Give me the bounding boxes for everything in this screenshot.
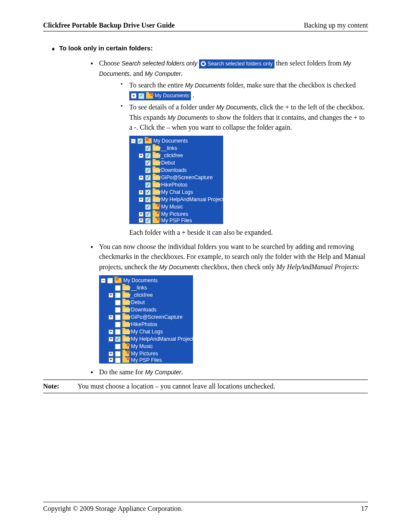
tree-row[interactable]: Debut — [131, 159, 223, 167]
tree-label: My HelpAndManual Projects — [131, 336, 193, 342]
expand-icon[interactable]: + — [109, 352, 113, 356]
expand-icon — [109, 322, 113, 327]
folder-icon — [153, 212, 159, 217]
tree-row[interactable]: __links — [131, 145, 223, 152]
checkbox-icon[interactable] — [115, 314, 121, 320]
checkbox-icon[interactable] — [145, 204, 151, 210]
note-text: You must choose a location – you cannot … — [78, 383, 275, 390]
expand-icon — [139, 183, 143, 187]
expand-icon[interactable]: – — [131, 139, 136, 143]
expand-icon[interactable]: – — [101, 278, 106, 283]
tree-label: My PSP Files — [161, 218, 192, 223]
expand-icon — [139, 205, 143, 209]
tree-row[interactable]: +GiPo@ScreenCapture — [101, 314, 193, 321]
expand-icon[interactable]: + — [139, 190, 143, 195]
after-tree-text: Each folder with a + beside it can also … — [129, 227, 368, 237]
tree-row[interactable]: +My Chat Logs — [131, 189, 223, 196]
header-section: Backing up my content — [304, 22, 368, 29]
expand-icon — [109, 344, 113, 349]
checkbox-icon[interactable] — [115, 351, 121, 357]
folder-icon — [153, 204, 159, 209]
folder-icon — [122, 344, 129, 349]
tree-row[interactable]: Downloads — [131, 167, 223, 174]
folder-icon — [122, 358, 129, 363]
expand-icon — [139, 146, 143, 151]
checkbox-icon[interactable] — [145, 160, 151, 166]
tree-row[interactable]: –My Documents — [131, 137, 223, 145]
checkbox-icon[interactable] — [145, 190, 151, 195]
checkbox-icon[interactable] — [145, 168, 151, 173]
expand-icon[interactable]: + — [139, 197, 143, 202]
tree-row[interactable]: –My Documents — [101, 277, 193, 284]
tree-label: GiPo@ScreenCapture — [131, 314, 183, 320]
checkbox-icon[interactable] — [115, 329, 121, 335]
expand-icon — [109, 300, 113, 305]
tree-row[interactable]: HikePhotos — [131, 181, 223, 189]
checkbox-icon[interactable] — [107, 278, 113, 283]
tree-row[interactable]: +My Chat Logs — [101, 328, 193, 336]
checkbox-icon[interactable] — [145, 175, 151, 180]
tree-row[interactable]: Debut — [101, 299, 193, 306]
bullet-choose-individual: You can now choose the individual folder… — [90, 242, 368, 364]
checkbox-icon[interactable] — [145, 182, 151, 188]
tree-row[interactable]: HikePhotos — [101, 321, 193, 328]
my-documents-checked-badge: + ✓ My Documents — [129, 91, 191, 100]
tree-label: HikePhotos — [131, 322, 157, 327]
tree-row[interactable]: +My Pictures — [101, 350, 193, 358]
tree-row[interactable]: +_clickfree — [101, 292, 193, 299]
tree-label: My Music — [131, 344, 153, 349]
expand-icon[interactable]: + — [139, 212, 143, 217]
expand-icon[interactable]: + — [109, 358, 113, 362]
expand-icon[interactable]: + — [139, 153, 143, 158]
folder-icon — [122, 300, 129, 305]
section-title: To look only in certain folders: — [59, 44, 153, 52]
checkbox-icon[interactable] — [115, 300, 121, 305]
tree-row[interactable]: My Music — [101, 343, 193, 350]
folder-icon — [122, 322, 129, 327]
checkbox-icon[interactable] — [145, 197, 151, 202]
tree-row[interactable]: +My PSP Files — [131, 218, 223, 222]
folder-icon — [153, 153, 159, 158]
folder-icon — [122, 292, 129, 298]
expand-icon[interactable]: + — [109, 315, 113, 320]
folder-icon — [153, 160, 159, 165]
checkbox-icon[interactable] — [145, 146, 151, 151]
expand-icon[interactable]: + — [109, 293, 113, 298]
tree-label: __links — [161, 146, 177, 151]
expand-icon[interactable]: + — [139, 218, 143, 223]
tree-row[interactable]: +_clickfree — [131, 152, 223, 159]
checkbox-icon[interactable] — [115, 336, 121, 342]
checkbox-icon[interactable] — [145, 212, 151, 217]
tree-label: My PSP Files — [131, 358, 162, 363]
expand-icon[interactable]: + — [109, 330, 113, 334]
tree-row[interactable]: Downloads — [101, 306, 193, 314]
diamond-icon: ♦ — [52, 44, 55, 54]
checkbox-icon[interactable] — [137, 138, 143, 144]
tree-row[interactable]: My Music — [131, 203, 223, 211]
checkbox-icon[interactable] — [145, 218, 151, 224]
checkbox-icon[interactable] — [115, 322, 121, 327]
checkbox-icon[interactable] — [145, 153, 151, 159]
radio-icon — [201, 61, 206, 66]
tree-row[interactable]: +GiPo@ScreenCapture — [131, 174, 223, 181]
checkbox-icon[interactable] — [115, 358, 121, 363]
tree-row[interactable]: +My PSP Files — [101, 358, 193, 362]
tree-label: Debut — [161, 160, 175, 165]
tree-label: My Documents — [153, 138, 188, 143]
expand-icon[interactable]: + — [109, 337, 113, 342]
tree-label: My Music — [161, 204, 183, 209]
checkbox-icon[interactable] — [115, 285, 121, 291]
checkbox-icon[interactable] — [115, 307, 121, 313]
note-label: Note: — [43, 383, 78, 390]
tree-row[interactable]: +My HelpAndManual Projects — [101, 336, 193, 343]
folder-icon — [153, 182, 159, 187]
expand-icon[interactable]: + — [139, 175, 143, 180]
tree-row[interactable]: +My Pictures — [131, 211, 223, 218]
bullet-choose-search: Choose Search selected folders only Sear… — [90, 58, 368, 237]
tree-row[interactable]: __links — [101, 284, 193, 292]
folder-tree-one-checked: –My Documents__links+_clickfreeDebutDown… — [99, 275, 193, 364]
tree-row[interactable]: +My HelpAndManual Projects — [131, 196, 223, 203]
folder-icon — [153, 175, 159, 180]
checkbox-icon[interactable] — [115, 292, 121, 298]
checkbox-icon[interactable] — [115, 344, 121, 349]
